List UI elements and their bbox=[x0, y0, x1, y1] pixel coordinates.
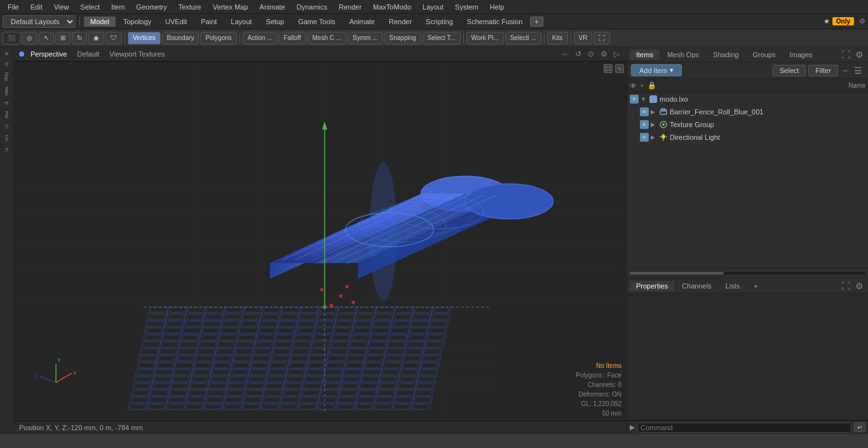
viewport-label-default[interactable]: Default bbox=[73, 50, 103, 58]
tree-arrow-texture[interactable]: ▶ bbox=[651, 121, 657, 128]
expand-btn-1[interactable]: ⛶ bbox=[604, 64, 613, 73]
eye-icon-barrier[interactable]: 👁 bbox=[640, 107, 649, 116]
menu-texture[interactable]: Texture bbox=[173, 2, 207, 12]
menu-system[interactable]: System bbox=[450, 2, 484, 12]
props-settings-icon[interactable]: ⚙ bbox=[853, 281, 865, 291]
menu-file[interactable]: File bbox=[3, 2, 24, 12]
props-tab-properties[interactable]: Properties bbox=[630, 281, 674, 291]
icon-lock-small[interactable]: 🔒 bbox=[648, 81, 656, 90]
items-tab-items[interactable]: Items bbox=[630, 50, 660, 60]
menu-select[interactable]: Select bbox=[75, 2, 105, 12]
items-filter-button[interactable]: Filter bbox=[808, 65, 837, 76]
menu-render[interactable]: Render bbox=[334, 2, 367, 12]
add-item-button[interactable]: Add Item ▾ bbox=[631, 64, 682, 76]
items-scrollbar-thumb[interactable] bbox=[630, 272, 724, 275]
expand-btn-2[interactable]: ⤡ bbox=[615, 64, 624, 73]
layout-tab-setup[interactable]: Setup bbox=[259, 17, 290, 27]
tree-item-dir-light[interactable]: 👁 ▶ Directional Light bbox=[627, 131, 868, 144]
layout-tab-model[interactable]: Model bbox=[84, 17, 116, 27]
menu-geometry[interactable]: Geometry bbox=[131, 2, 172, 12]
items-options-icon[interactable]: ☰ bbox=[852, 65, 864, 76]
tool-vertices[interactable]: Vertices bbox=[128, 32, 161, 44]
eye-icon-root[interactable]: 👁 bbox=[630, 95, 639, 104]
tool-action[interactable]: Action ... bbox=[243, 32, 278, 44]
props-expand-icon[interactable]: ⛶ bbox=[839, 281, 852, 291]
items-tab-groups[interactable]: Groups bbox=[746, 50, 782, 60]
layout-tab-schematic[interactable]: Schematic Fusion bbox=[461, 17, 529, 27]
tool-select-t[interactable]: Select T... bbox=[423, 32, 461, 44]
layout-tab-layout[interactable]: Layout bbox=[224, 17, 258, 27]
tree-arrow-root[interactable]: ▼ bbox=[641, 96, 647, 102]
menu-help[interactable]: Help bbox=[485, 2, 510, 12]
layout-tab-uvedit[interactable]: UVEdit bbox=[159, 17, 193, 27]
tool-select-mode[interactable]: ⬛ bbox=[3, 32, 20, 44]
menu-vertex-map[interactable]: Vertex Map bbox=[208, 2, 254, 12]
command-input[interactable] bbox=[637, 423, 851, 433]
tree-item-root[interactable]: 👁 ▼ modo.lxo bbox=[627, 93, 868, 105]
layout-tab-render[interactable]: Render bbox=[383, 17, 418, 27]
menu-animate[interactable]: Animate bbox=[254, 2, 290, 12]
tool-ring[interactable]: ◉ bbox=[88, 32, 104, 44]
tool-work-pl[interactable]: Work Pl... bbox=[466, 32, 504, 44]
tool-selecti[interactable]: Selecti ... bbox=[505, 32, 541, 44]
props-tab-lists[interactable]: Lists bbox=[719, 281, 747, 291]
items-tab-mesh-ops[interactable]: Mesh Ops bbox=[661, 50, 705, 60]
items-tab-images[interactable]: Images bbox=[783, 50, 819, 60]
layout-settings-icon[interactable]: ⚙ bbox=[859, 17, 865, 25]
tool-snapping[interactable]: Snapping bbox=[384, 32, 421, 44]
eye-icon-texture[interactable]: 👁 bbox=[640, 120, 649, 129]
menu-dynamics[interactable]: Dynamics bbox=[292, 2, 332, 12]
tree-item-barrier-fence[interactable]: 👁 ▶ Barrier_Fence_Roll_Blue_001 bbox=[627, 105, 868, 118]
viewport-canvas[interactable]: X Y Z No Items Polygons : Face Channels:… bbox=[14, 62, 627, 421]
tool-boundary[interactable]: Boundary bbox=[162, 32, 200, 44]
tree-item-texture-group[interactable]: 👁 ▶ Texture Group bbox=[627, 118, 868, 131]
tool-polygons[interactable]: Polygons bbox=[200, 32, 236, 44]
only-badge[interactable]: Only bbox=[832, 17, 854, 25]
menu-max-to-modo[interactable]: MaxToModo bbox=[368, 2, 416, 12]
menu-view[interactable]: View bbox=[49, 2, 74, 12]
viewport-label-perspective[interactable]: Perspective bbox=[27, 50, 71, 58]
viewport-icon-zoom[interactable]: ⊙ bbox=[586, 49, 596, 59]
items-scrollbar-track[interactable] bbox=[630, 272, 865, 275]
viewport-icon-move[interactable]: ↔ bbox=[559, 49, 571, 59]
tool-shield[interactable]: 🛡 bbox=[105, 32, 122, 44]
tool-symm[interactable]: Symm ... bbox=[348, 32, 383, 44]
viewport-icon-settings[interactable]: ⚙ bbox=[599, 49, 609, 59]
props-tab-channels[interactable]: Channels bbox=[675, 281, 717, 291]
layout-tab-topology[interactable]: Topology bbox=[117, 17, 158, 27]
eye-icon-light[interactable]: 👁 bbox=[640, 133, 649, 142]
tree-arrow-barrier[interactable]: ▶ bbox=[651, 109, 657, 115]
viewport-active-dot[interactable] bbox=[19, 51, 24, 57]
menu-item[interactable]: Item bbox=[106, 2, 130, 12]
menu-layout[interactable]: Layout bbox=[417, 2, 449, 12]
viewport-icon-rotate[interactable]: ↺ bbox=[573, 49, 583, 59]
layout-dropdown[interactable]: Default Layouts bbox=[3, 15, 76, 28]
tool-falloff[interactable]: Falloff bbox=[278, 32, 306, 44]
items-minus-icon[interactable]: − bbox=[841, 65, 850, 76]
tool-vr[interactable]: VR bbox=[574, 32, 593, 44]
tree-arrow-light[interactable]: ▶ bbox=[651, 134, 657, 140]
layout-tab-scripting[interactable]: Scripting bbox=[419, 17, 459, 27]
layout-tab-paint[interactable]: Paint bbox=[194, 17, 223, 27]
props-tab-plus[interactable]: + bbox=[747, 281, 764, 291]
viewport-label-textures[interactable]: Viewport Textures bbox=[105, 50, 168, 58]
items-settings-icon[interactable]: ⚙ bbox=[853, 50, 865, 60]
tool-kits[interactable]: Kits bbox=[547, 32, 568, 44]
tool-mesh-c[interactable]: Mesh C ... bbox=[308, 32, 347, 44]
tool-box-select[interactable]: ⊞ bbox=[55, 32, 71, 44]
items-expand-icon[interactable]: ⛶ bbox=[839, 50, 852, 60]
tool-loop[interactable]: ↻ bbox=[72, 32, 87, 44]
items-tab-shading[interactable]: Shading bbox=[707, 50, 745, 60]
tool-circle-mode[interactable]: ◎ bbox=[22, 32, 37, 44]
layout-tab-animate[interactable]: Animate bbox=[343, 17, 381, 27]
menu-edit[interactable]: Edit bbox=[25, 2, 48, 12]
command-enter-button[interactable]: ↵ bbox=[854, 423, 865, 432]
items-select-button[interactable]: Select bbox=[773, 65, 806, 76]
layout-tab-game-tools[interactable]: Game Tools bbox=[292, 17, 342, 27]
icon-add-small[interactable]: ＋ bbox=[639, 81, 646, 90]
icon-eye-all[interactable]: 👁 bbox=[630, 82, 637, 90]
viewport-icon-play[interactable]: ▷ bbox=[612, 49, 621, 59]
tool-expand[interactable]: ⛶ bbox=[593, 32, 610, 44]
tool-arrow-mode[interactable]: ↖ bbox=[39, 32, 54, 44]
layout-add-tab[interactable]: + bbox=[530, 17, 543, 27]
